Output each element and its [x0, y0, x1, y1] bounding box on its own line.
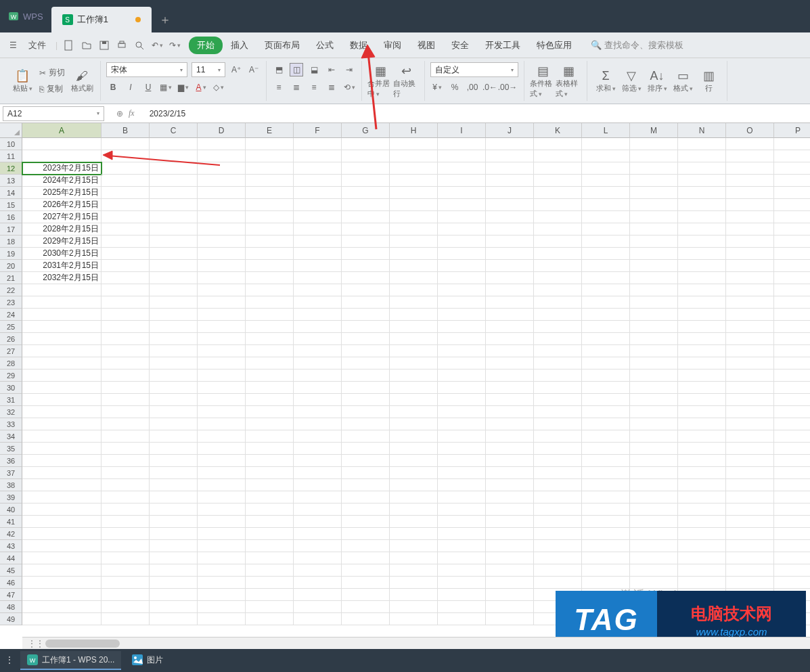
cell[interactable] [390, 248, 438, 260]
cell[interactable] [342, 296, 390, 309]
cell[interactable] [678, 345, 726, 357]
row-header[interactable]: 13 [0, 175, 22, 187]
cell[interactable] [678, 162, 726, 175]
cell[interactable] [246, 223, 294, 236]
cell[interactable] [630, 406, 678, 418]
cell[interactable] [486, 211, 534, 223]
decrease-indent-icon[interactable]: ⇤ [325, 63, 338, 76]
cell[interactable] [534, 248, 582, 260]
select-all-corner[interactable] [0, 123, 22, 138]
cell[interactable] [150, 272, 198, 284]
cell[interactable] [342, 187, 390, 199]
row-header[interactable]: 23 [0, 296, 22, 309]
cell[interactable] [198, 345, 246, 357]
cell[interactable] [438, 138, 486, 150]
cell[interactable] [678, 491, 726, 503]
cell[interactable] [582, 516, 630, 528]
cell[interactable] [390, 491, 438, 503]
cell[interactable] [726, 455, 774, 467]
cell[interactable] [294, 272, 342, 284]
comma-icon[interactable]: ,00 [466, 81, 479, 94]
cell[interactable] [150, 516, 198, 528]
cell[interactable] [390, 175, 438, 187]
cell[interactable] [534, 296, 582, 309]
cell[interactable] [582, 467, 630, 479]
cell[interactable] [582, 357, 630, 369]
row-header[interactable]: 24 [0, 309, 22, 321]
font-name-select[interactable]: 宋体▾ [106, 62, 187, 77]
cell[interactable] [438, 613, 486, 625]
cell[interactable] [534, 406, 582, 418]
cell[interactable] [246, 369, 294, 382]
row-header[interactable]: 12 [0, 162, 22, 175]
row-header[interactable]: 16 [0, 211, 22, 223]
cell[interactable] [22, 369, 102, 382]
print-preview-icon[interactable] [132, 38, 147, 53]
cell[interactable] [294, 345, 342, 357]
cell[interactable] [246, 345, 294, 357]
cell[interactable] [534, 552, 582, 564]
cell[interactable] [582, 394, 630, 406]
menu-special[interactable]: 特色应用 [528, 35, 580, 55]
cell[interactable] [390, 564, 438, 577]
cell[interactable] [246, 528, 294, 540]
highlight-button[interactable]: ◇ [212, 81, 225, 94]
cell[interactable] [246, 589, 294, 601]
cell[interactable] [534, 430, 582, 443]
cell[interactable] [102, 138, 150, 150]
cell[interactable] [486, 418, 534, 430]
cell[interactable] [438, 357, 486, 369]
cell[interactable] [534, 503, 582, 516]
cell[interactable] [390, 309, 438, 321]
cell[interactable] [150, 333, 198, 345]
cell[interactable] [582, 333, 630, 345]
cell[interactable] [726, 467, 774, 479]
cell[interactable] [102, 503, 150, 516]
cell[interactable] [294, 236, 342, 248]
app-tab[interactable]: W WPS [0, 0, 51, 32]
cell[interactable] [294, 564, 342, 577]
cell[interactable] [294, 187, 342, 199]
cell[interactable] [486, 223, 534, 236]
cell[interactable] [390, 223, 438, 236]
increase-font-icon[interactable]: A⁺ [229, 63, 243, 76]
cell[interactable] [774, 479, 810, 491]
cell[interactable] [22, 577, 102, 589]
cell[interactable] [438, 284, 486, 296]
cell[interactable] [630, 150, 678, 162]
align-right-icon[interactable]: ≡ [307, 81, 321, 94]
cell[interactable] [534, 418, 582, 430]
cell[interactable] [438, 369, 486, 382]
cell[interactable] [198, 443, 246, 455]
cell[interactable] [534, 309, 582, 321]
cell[interactable] [630, 552, 678, 564]
cell[interactable] [198, 369, 246, 382]
cell[interactable] [198, 187, 246, 199]
cell[interactable] [438, 223, 486, 236]
cell[interactable] [486, 321, 534, 333]
cell[interactable] [198, 479, 246, 491]
cell[interactable] [534, 394, 582, 406]
cell[interactable] [486, 503, 534, 516]
cell[interactable] [438, 260, 486, 272]
cell[interactable]: 2026年2月15日 [22, 199, 102, 211]
file-menu[interactable]: 文件 [28, 39, 46, 51]
cell[interactable] [150, 491, 198, 503]
cell[interactable] [678, 309, 726, 321]
row-header[interactable]: 17 [0, 223, 22, 236]
cell[interactable] [390, 187, 438, 199]
cell[interactable] [150, 175, 198, 187]
align-middle-icon[interactable]: ◫ [290, 63, 303, 76]
cell[interactable] [582, 223, 630, 236]
cell[interactable] [630, 345, 678, 357]
scrollbar-thumb[interactable] [45, 640, 120, 648]
cell[interactable] [246, 357, 294, 369]
cell[interactable] [630, 223, 678, 236]
cell[interactable] [678, 406, 726, 418]
cell[interactable] [438, 503, 486, 516]
cell[interactable] [198, 175, 246, 187]
cell[interactable] [198, 357, 246, 369]
cell[interactable] [246, 503, 294, 516]
cell[interactable] [198, 491, 246, 503]
cell[interactable] [390, 443, 438, 455]
